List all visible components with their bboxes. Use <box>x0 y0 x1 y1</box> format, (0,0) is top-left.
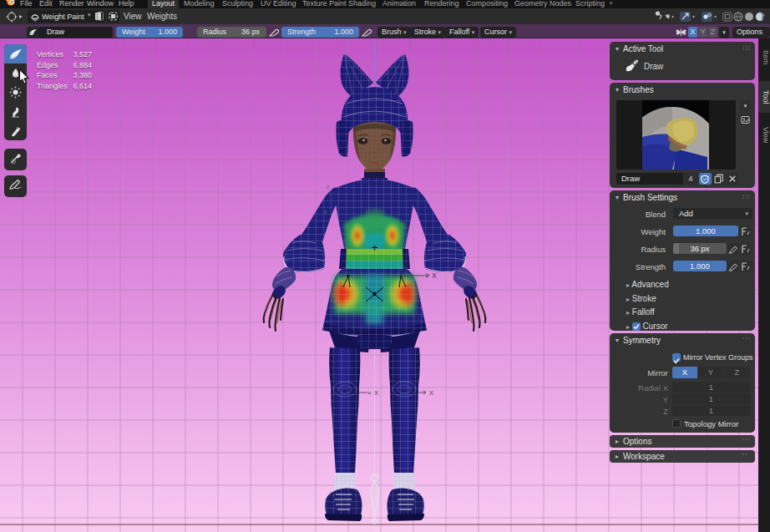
svg-text:x: x <box>324 209 327 215</box>
svg-text:z: z <box>327 184 330 190</box>
svg-text:X: X <box>432 271 437 280</box>
svg-text:X: X <box>429 389 433 397</box>
svg-text:×: × <box>367 389 372 397</box>
svg-text:▾: ▾ <box>692 14 695 19</box>
svg-text:▾: ▾ <box>671 14 674 19</box>
svg-text:▾: ▾ <box>714 14 717 19</box>
svg-text:X: X <box>374 389 378 397</box>
